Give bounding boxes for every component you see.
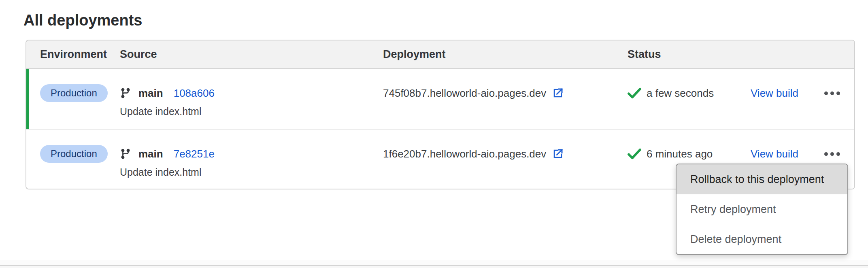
commit-link[interactable]: 108a606 bbox=[174, 87, 215, 100]
environment-cell: Production bbox=[40, 145, 120, 189]
column-header-source: Source bbox=[120, 48, 383, 61]
deployment-cell: 1f6e20b7.helloworld-aio.pages.dev bbox=[383, 145, 628, 189]
status-text: 6 minutes ago bbox=[647, 148, 713, 160]
table-row: Production main 108a606 Update index.htm… bbox=[26, 69, 854, 129]
menu-item-delete[interactable]: Delete deployment bbox=[677, 224, 847, 254]
column-header-environment: Environment bbox=[40, 48, 120, 61]
more-cell bbox=[824, 84, 841, 129]
column-header-deployment: Deployment bbox=[383, 48, 628, 61]
view-build-link[interactable]: View build bbox=[751, 145, 798, 163]
deployment-url: 1f6e20b7.helloworld-aio.pages.dev bbox=[383, 148, 546, 160]
branch-name: main bbox=[138, 148, 163, 160]
status-cell: a few seconds bbox=[628, 84, 751, 129]
deployment-context-menu: Rollback to this deployment Retry deploy… bbox=[676, 164, 848, 255]
external-link-icon[interactable] bbox=[552, 87, 564, 99]
deployment-cell: 745f08b7.helloworld-aio.pages.dev bbox=[383, 84, 628, 129]
environment-badge: Production bbox=[40, 145, 108, 163]
git-branch-icon bbox=[120, 87, 131, 99]
source-cell: main 7e8251e Update index.html bbox=[120, 145, 383, 189]
bottom-divider bbox=[0, 260, 868, 268]
menu-item-retry[interactable]: Retry deployment bbox=[677, 194, 847, 224]
check-icon bbox=[628, 87, 641, 99]
page-title: All deployments bbox=[23, 11, 143, 29]
git-branch-icon bbox=[120, 148, 131, 160]
deployment-url: 745f08b7.helloworld-aio.pages.dev bbox=[383, 87, 546, 100]
commit-message: Update index.html bbox=[120, 167, 383, 177]
table-header-row: Environment Source Deployment Status bbox=[26, 40, 854, 69]
commit-message: Update index.html bbox=[120, 106, 383, 117]
check-icon bbox=[628, 148, 641, 160]
branch-name: main bbox=[138, 87, 163, 100]
environment-badge: Production bbox=[40, 84, 108, 102]
view-build-link[interactable]: View build bbox=[751, 84, 798, 102]
source-cell: main 108a606 Update index.html bbox=[120, 84, 383, 129]
status-text: a few seconds bbox=[647, 87, 714, 100]
view-build-cell: View build bbox=[751, 84, 824, 129]
menu-item-rollback[interactable]: Rollback to this deployment bbox=[677, 164, 847, 194]
more-options-button[interactable] bbox=[824, 145, 840, 163]
environment-cell: Production bbox=[40, 84, 120, 129]
external-link-icon[interactable] bbox=[552, 148, 564, 160]
column-header-status: Status bbox=[628, 48, 751, 61]
commit-link[interactable]: 7e8251e bbox=[174, 148, 215, 160]
more-options-button[interactable] bbox=[824, 84, 840, 102]
